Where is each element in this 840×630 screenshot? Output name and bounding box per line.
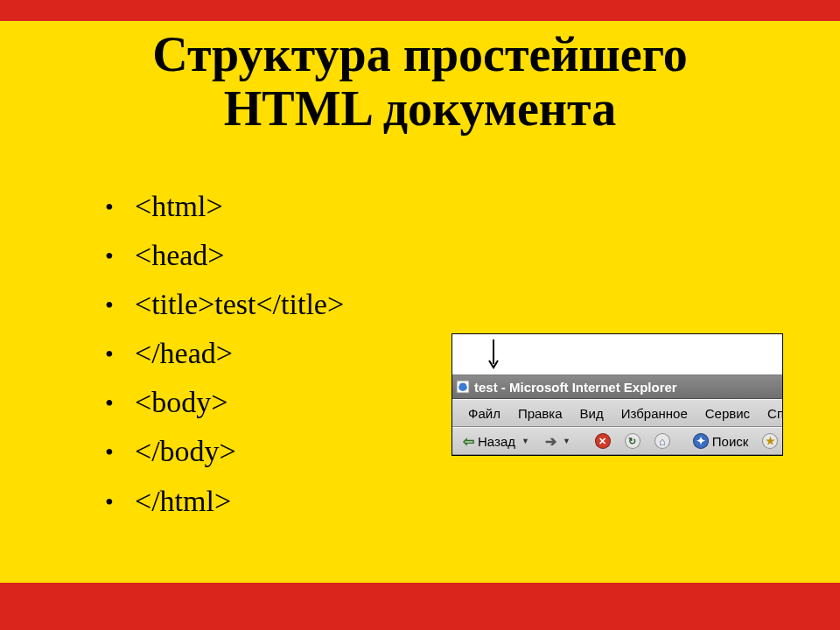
slide-title: Структура простейшего HTML документа [0, 28, 840, 136]
browser-menu-bar: Файл Правка Вид Избранное Сервис Спр [452, 399, 782, 427]
chevron-down-icon: ▼ [560, 437, 572, 445]
menu-view[interactable]: Вид [571, 403, 612, 424]
stop-button[interactable]: ✕ [590, 431, 616, 451]
browser-toolbar: ⇦ Назад ▼ ➔ ▼ ✕ ↻ ⌂ ✦ Поиск [452, 427, 782, 455]
bullet-item: <title>test</title> [105, 280, 344, 329]
menu-help[interactable]: Спр [759, 403, 782, 424]
refresh-button[interactable]: ↻ [620, 431, 646, 451]
bullet-item: </head> [105, 329, 344, 378]
back-label: Назад [478, 434, 515, 449]
chevron-down-icon: ▼ [519, 437, 531, 445]
bullet-item: </html> [105, 477, 344, 526]
browser-window: test - Microsoft Internet Explorer Файл … [452, 333, 783, 456]
pointer-arrow-icon [487, 338, 500, 371]
arrow-left-icon: ⇦ [463, 433, 474, 450]
bullet-item: <body> [105, 378, 344, 427]
refresh-icon: ↻ [625, 433, 640, 449]
search-button[interactable]: ✦ Поиск [688, 431, 754, 451]
bullet-item: </body> [105, 427, 344, 476]
search-globe-icon: ✦ [693, 433, 709, 449]
stop-icon: ✕ [595, 433, 611, 449]
bullet-list: <html> <head> <title>test</title> </head… [105, 182, 344, 526]
browser-title-text: test - Microsoft Internet Explorer [474, 380, 677, 395]
browser-top-strip [452, 334, 782, 375]
decor-bar-bottom [0, 583, 840, 630]
menu-file[interactable]: Файл [459, 403, 509, 424]
slide-title-line1: Структура простейшего [152, 27, 688, 81]
favorites-button[interactable]: ★ [757, 431, 782, 451]
bullet-item: <head> [105, 231, 344, 280]
menu-edit[interactable]: Правка [509, 403, 571, 424]
search-label: Поиск [712, 434, 749, 449]
home-icon: ⌂ [654, 433, 670, 449]
bullet-item: <html> [105, 182, 344, 231]
ie-app-icon [456, 380, 470, 394]
browser-titlebar[interactable]: test - Microsoft Internet Explorer [452, 375, 782, 399]
slide-title-line2: HTML документа [224, 81, 617, 136]
favorites-star-icon: ★ [762, 433, 778, 449]
back-button[interactable]: ⇦ Назад ▼ [458, 431, 536, 452]
slide: Структура простейшего HTML документа <ht… [0, 0, 840, 630]
decor-bar-top [0, 0, 840, 21]
home-button[interactable]: ⌂ [649, 431, 676, 451]
forward-button[interactable]: ➔ ▼ [540, 431, 578, 452]
menu-favorites[interactable]: Избранное [612, 403, 696, 424]
arrow-right-icon: ➔ [545, 433, 556, 450]
menu-tools[interactable]: Сервис [696, 403, 759, 424]
